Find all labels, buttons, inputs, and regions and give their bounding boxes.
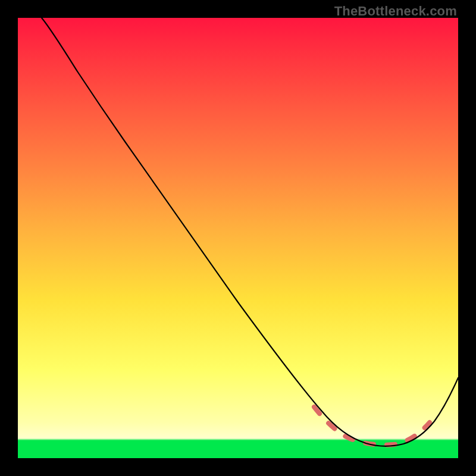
main-curve — [42, 18, 458, 446]
highlight-dash — [314, 407, 430, 445]
watermark-text: TheBottleneck.com — [334, 4, 457, 19]
chart-frame: TheBottleneck.com — [0, 0, 476, 476]
plot-area — [18, 18, 458, 458]
curve-svg — [18, 18, 458, 458]
